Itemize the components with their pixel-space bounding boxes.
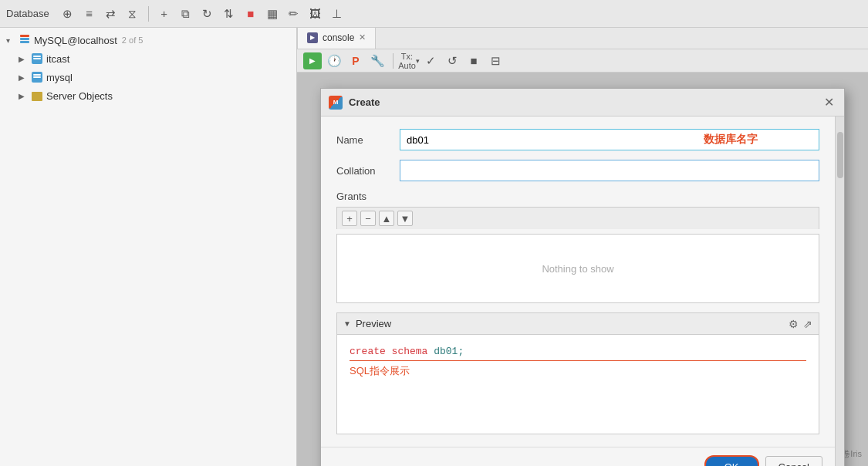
db-label: Database xyxy=(6,8,49,19)
grants-add-btn[interactable]: + xyxy=(342,211,357,226)
add2-btn[interactable]: + xyxy=(155,5,174,23)
preview-label: Preview xyxy=(356,318,391,329)
dialog-close-button[interactable]: ✕ xyxy=(821,95,836,110)
collation-row: Collation xyxy=(336,160,819,181)
dialog-footer: OK Cancel xyxy=(321,447,835,466)
add-btn[interactable]: ⊕ xyxy=(59,5,77,23)
refresh-btn[interactable]: ⇄ xyxy=(102,5,120,23)
wrench-btn[interactable]: 🔧 xyxy=(368,52,387,70)
filter-btn[interactable]: ⧖ xyxy=(123,5,142,23)
dialog-icon-text: M xyxy=(333,99,339,106)
itcast-arrow: ▶ xyxy=(19,55,31,63)
itcast-label: itcast xyxy=(46,53,69,65)
tree-root[interactable]: ▾ MySQL@localhost 2 of 5 xyxy=(0,31,296,49)
console-tab-label: console xyxy=(323,32,354,43)
modal-overlay: M Create ✕ Name xyxy=(297,73,868,466)
stop-btn[interactable]: ■ xyxy=(241,5,260,23)
tree: ▾ MySQL@localhost 2 of 5 ▶ xyxy=(0,28,296,466)
grants-section: Grants + − ▲ ▼ Nothing to show xyxy=(336,191,819,303)
grants-toolbar: + − ▲ ▼ xyxy=(336,207,819,229)
main-area: ▾ MySQL@localhost 2 of 5 ▶ xyxy=(0,28,868,466)
tx-auto-btn[interactable]: Tx: Auto ▾ xyxy=(400,52,418,70)
table-btn[interactable]: ▦ xyxy=(263,5,282,23)
sql-name: db01; xyxy=(434,346,464,357)
sync2-btn[interactable]: ⇅ xyxy=(220,5,238,23)
scrollbar-thumb[interactable] xyxy=(837,132,843,178)
tree-item-server-objects[interactable]: ▶ Server Objects xyxy=(0,86,296,105)
undo-btn[interactable]: ↺ xyxy=(443,52,461,70)
console-tab-close[interactable]: ✕ xyxy=(359,32,366,42)
separator xyxy=(148,6,149,22)
nothing-text: Nothing to show xyxy=(542,263,613,275)
collation-input[interactable] xyxy=(400,160,819,181)
dialog-titlebar: M Create ✕ xyxy=(321,89,844,117)
right-panel: ▶ console ✕ 🕐 P 🔧 Tx: Auto ▾ ✓ ↺ ■ xyxy=(297,28,868,466)
p-btn[interactable]: P xyxy=(346,52,365,70)
preview-header: ▼ Preview ⚙ ⇗ xyxy=(336,312,819,334)
create-dialog: M Create ✕ Name xyxy=(320,88,845,466)
mysql-icon xyxy=(31,71,43,83)
sql-annotation: SQL指令展示 xyxy=(350,360,806,378)
tx-label: Tx: Auto xyxy=(398,52,416,70)
root-label: MySQL@localhost xyxy=(34,35,117,46)
server-label: Server Objects xyxy=(46,90,113,102)
name-input[interactable] xyxy=(400,129,819,150)
app-container: Database ⊕ ≡ ⇄ ⧖ + ⧉ ↻ ⇅ ■ ▦ ✏ 🖼 ⊥ ▾ xyxy=(0,0,868,466)
grid-btn[interactable]: ⊟ xyxy=(486,52,505,70)
grants-up-btn[interactable]: ▲ xyxy=(379,211,394,226)
name-row: Name 数据库名字 xyxy=(336,129,819,150)
mysql-arrow: ▶ xyxy=(19,73,31,82)
ok-button[interactable]: OK xyxy=(704,455,759,466)
run-button[interactable] xyxy=(303,52,322,69)
preview-arrow-icon: ▼ xyxy=(343,319,351,328)
preview-export-icon[interactable]: ⇗ xyxy=(803,318,812,330)
list-btn[interactable]: ≡ xyxy=(80,5,99,23)
root-icon xyxy=(19,34,31,46)
stop2-btn[interactable]: ■ xyxy=(464,52,483,70)
grants-remove-btn[interactable]: − xyxy=(360,211,376,226)
tree-item-mysql[interactable]: ▶ mysql xyxy=(0,68,296,86)
preview-gear-icon[interactable]: ⚙ xyxy=(789,318,799,330)
sql-keyword: create schema xyxy=(350,346,434,357)
check-btn[interactable]: ✓ xyxy=(421,52,440,70)
dialog-icon: M xyxy=(329,96,343,110)
server-arrow: ▶ xyxy=(19,92,31,100)
tree-item-itcast[interactable]: ▶ itcast xyxy=(0,49,296,68)
server-icon xyxy=(31,89,43,102)
left-panel: ▾ MySQL@localhost 2 of 5 ▶ xyxy=(0,28,297,466)
name-label: Name xyxy=(336,134,390,146)
root-arrow: ▾ xyxy=(6,36,19,45)
tab-bar: ▶ console ✕ xyxy=(297,28,868,49)
sep2 xyxy=(393,53,393,69)
dialog-scrollbar[interactable] xyxy=(835,117,844,466)
img-btn[interactable]: 🖼 xyxy=(306,5,325,23)
collation-label: Collation xyxy=(336,165,390,177)
grants-down-btn[interactable]: ▼ xyxy=(397,211,413,226)
grants-area: Nothing to show xyxy=(336,234,819,303)
cancel-button[interactable]: Cancel xyxy=(765,456,822,466)
itcast-icon xyxy=(31,52,43,65)
tx-arrow: ▾ xyxy=(416,57,420,65)
dialog-content: Name 数据库名字 Collation xyxy=(321,117,835,466)
root-badge: 2 of 5 xyxy=(122,35,144,45)
clock-btn[interactable]: 🕐 xyxy=(325,52,343,70)
right-toolbar: 🕐 P 🔧 Tx: Auto ▾ ✓ ↺ ■ ⊟ xyxy=(297,49,868,73)
top-toolbar: Database ⊕ ≡ ⇄ ⧖ + ⧉ ↻ ⇅ ■ ▦ ✏ 🖼 ⊥ xyxy=(0,0,868,28)
dialog-main: Name 数据库名字 Collation xyxy=(321,117,844,466)
console-tab-icon: ▶ xyxy=(307,32,318,43)
mysql-label: mysql xyxy=(46,72,73,83)
sql-line: create schema db01; xyxy=(350,346,806,357)
dialog-body: Name 数据库名字 Collation xyxy=(321,117,835,447)
preview-content: create schema db01; SQL指令展示 xyxy=(336,334,819,434)
grants-label: Grants xyxy=(336,191,819,202)
sync-btn[interactable]: ↻ xyxy=(198,5,217,23)
dialog-title: Create xyxy=(349,96,815,108)
funnel-btn[interactable]: ⊥ xyxy=(328,5,346,23)
name-input-container: 数据库名字 xyxy=(400,129,819,150)
console-tab[interactable]: ▶ console ✕ xyxy=(297,28,376,49)
copy-btn[interactable]: ⧉ xyxy=(177,5,195,23)
edit-btn[interactable]: ✏ xyxy=(285,5,303,23)
preview-section: ▼ Preview ⚙ ⇗ create schema db01; xyxy=(336,312,819,434)
